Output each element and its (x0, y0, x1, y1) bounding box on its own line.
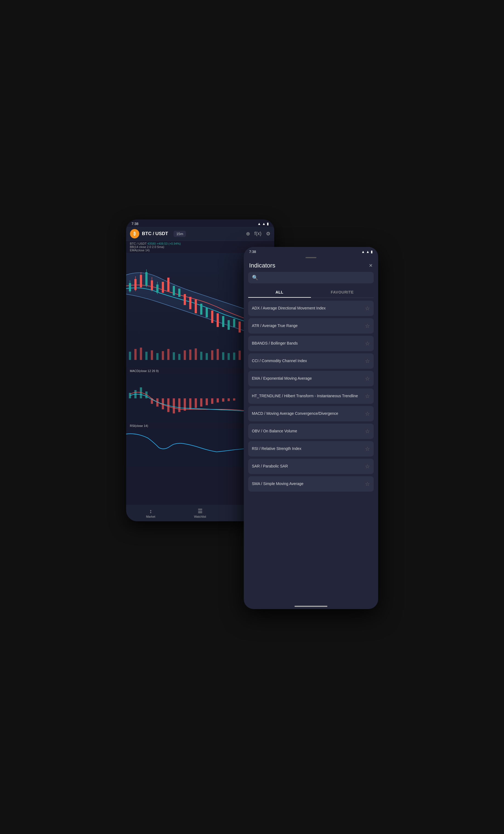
function-icon[interactable]: f(x) (254, 231, 261, 237)
mh-15 (206, 398, 208, 405)
ema-star-icon[interactable]: ☆ (365, 375, 370, 382)
indicator-adx-name: ADX / Average Directional Movement Index (252, 306, 362, 311)
indicator-macd[interactable]: MACD / Moving Average Convergence/Diverg… (248, 406, 374, 421)
indicator-sma-name: SMA / Simple Moving Average (252, 481, 362, 487)
indicator-ht-name: HT_TRENDLINE / Hilbert Transform - Insta… (252, 393, 362, 399)
vol-11 (184, 350, 186, 360)
candle-15g (206, 308, 208, 317)
vol-20 (233, 353, 235, 360)
indicator-ema[interactable]: EMA / Exponential Moving Average ☆ (248, 371, 374, 386)
mh-20 (233, 398, 235, 400)
candle-18g (222, 316, 224, 327)
candle-17r (216, 313, 219, 327)
mh-13 (195, 398, 197, 408)
indicators-list: ADX / Average Directional Movement Index… (244, 298, 378, 597)
wifi-icon: ▲ (257, 222, 261, 226)
vol-9 (173, 352, 175, 360)
front-signal-icon: ▲ (366, 250, 370, 254)
indicator-obv-name: OBV / On Balance Volume (252, 429, 362, 434)
indicator-macd-name: MACD / Moving Average Convergence/Diverg… (252, 411, 362, 416)
close-button[interactable]: × (369, 262, 373, 269)
vol-10 (178, 354, 180, 360)
indicator-cci[interactable]: CCI / Commodity Channel Index ☆ (248, 353, 374, 369)
candle-10g (178, 289, 180, 297)
back-time: 7:38 (132, 222, 138, 226)
vol-15 (206, 353, 208, 360)
settings-icon[interactable]: ⚙ (266, 231, 270, 237)
candle-11r (184, 294, 186, 305)
vol-17 (216, 349, 219, 360)
vol-14 (200, 352, 202, 360)
vol-1 (129, 352, 131, 360)
candle-12r (189, 297, 191, 309)
indicator-ema-name: EMA / Exponential Moving Average (252, 376, 362, 381)
bbands-star-icon[interactable]: ☆ (365, 340, 370, 347)
vol-18 (222, 352, 224, 360)
tab-favourite[interactable]: FAVOURITE (311, 287, 374, 298)
indicator-adx[interactable]: ADX / Average Directional Movement Index… (248, 301, 374, 316)
indicator-sar[interactable]: SAR / Parabolic SAR ☆ (248, 459, 374, 474)
vol-19 (228, 353, 230, 360)
adx-star-icon[interactable]: ☆ (365, 305, 370, 312)
indicator-cci-name: CCI / Commodity Channel Index (252, 358, 362, 364)
watchlist-label: Watchlist (194, 515, 206, 518)
indicator-sma[interactable]: SMA / Simple Moving Average ☆ (248, 476, 374, 491)
back-status-bar: 7:38 ▲ ▲ ▮ (126, 219, 274, 227)
header-icons: ⊕ f(x) ⚙ (246, 231, 270, 237)
mh-19 (228, 398, 230, 401)
indicator-rsi[interactable]: RSI / Relative Strength Index ☆ (248, 441, 374, 457)
signal-icon: ▲ (262, 222, 266, 226)
indicator-atr[interactable]: ATR / Average True Range ☆ (248, 318, 374, 334)
vol-4 (145, 352, 147, 360)
candle-16r (211, 311, 213, 323)
candle-7r (162, 282, 164, 293)
sma-star-icon[interactable]: ☆ (365, 481, 370, 487)
mh-18 (222, 398, 224, 402)
battery-icon: ▮ (267, 222, 269, 226)
indicator-bbands[interactable]: BBANDS / Bollinger Bands ☆ (248, 336, 374, 351)
vol-13 (195, 348, 197, 360)
nav-market[interactable]: ↕ Market (126, 508, 176, 518)
watchlist-icon: ☰ (198, 508, 203, 514)
vol-21 (238, 351, 241, 360)
cci-star-icon[interactable]: ☆ (365, 358, 370, 364)
timeframe-button[interactable]: 15m (174, 231, 186, 237)
vol-8 (167, 349, 169, 360)
indicator-sar-name: SAR / Parabolic SAR (252, 464, 362, 469)
vol-12 (189, 350, 191, 360)
candle-21r (238, 322, 241, 332)
back-status-icons: ▲ ▲ ▮ (257, 222, 269, 226)
vol-2 (134, 349, 137, 360)
tab-all[interactable]: ALL (248, 287, 311, 298)
ht-star-icon[interactable]: ☆ (365, 393, 370, 399)
candle-19g (228, 320, 230, 330)
vol-6 (156, 353, 159, 360)
indicators-header: Indicators × (244, 258, 378, 272)
sar-star-icon[interactable]: ☆ (365, 463, 370, 470)
macd-star-icon[interactable]: ☆ (365, 411, 370, 417)
vol-5 (151, 350, 153, 360)
indicators-title: Indicators (249, 262, 275, 269)
chart-header: ₿ BTC / USDT 15m ⊕ f(x) ⚙ (126, 227, 274, 241)
indicator-atr-name: ATR / Average True Range (252, 323, 362, 329)
nav-watchlist[interactable]: ☰ Watchlist (176, 508, 225, 518)
home-indicator (295, 606, 327, 607)
search-input[interactable] (261, 276, 370, 280)
rsi-star-icon[interactable]: ☆ (365, 445, 370, 452)
indicator-obv[interactable]: OBV / On Balance Volume ☆ (248, 423, 374, 439)
indicator-ht[interactable]: HT_TRENDLINE / Hilbert Transform - Insta… (248, 389, 374, 404)
indicator-rsi-name: RSI / Relative Strength Index (252, 446, 362, 452)
atr-star-icon[interactable]: ☆ (365, 323, 370, 329)
vol-3 (140, 348, 142, 360)
candle-8r (167, 278, 169, 291)
front-battery-icon: ▮ (371, 250, 373, 254)
search-icon: 🔍 (252, 275, 258, 281)
market-icon: ↕ (150, 508, 152, 514)
mh-12 (189, 398, 191, 409)
candle-13r (195, 300, 197, 313)
pair-name: BTC / USDT (142, 231, 168, 237)
obv-star-icon[interactable]: ☆ (365, 428, 370, 435)
candle-9g (173, 286, 175, 295)
crosshair-icon[interactable]: ⊕ (246, 231, 250, 237)
pair-label: BTC / USDT (130, 242, 147, 245)
